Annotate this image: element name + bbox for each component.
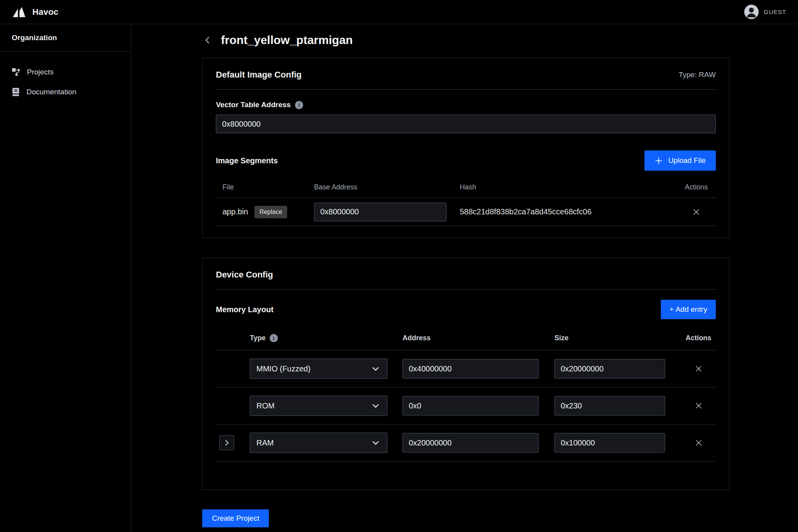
vector-table-address-input[interactable] [216,115,716,133]
column-header-type: Type [250,334,266,342]
memory-type-value: MMIO (Fuzzed) [256,364,311,373]
memory-size-input[interactable] [554,359,665,378]
chevron-right-icon [222,438,231,447]
sidebar-item-projects[interactable]: Projects [0,62,131,82]
documentation-icon [12,87,20,97]
user-name: GUEST [764,9,786,15]
segment-file-name: app.bin [222,207,248,216]
memory-address-input[interactable] [403,433,538,452]
upload-file-button[interactable]: Upload File [644,150,716,171]
create-project-button[interactable]: Create Project [202,509,269,527]
main-content: front_yellow_ptarmigan Default Image Con… [131,24,798,532]
memory-size-input[interactable] [554,433,665,452]
table-row: app.bin Replace 588c21d8f838b2ca7a8d45cc… [216,198,716,226]
memory-type-select[interactable]: ROM [250,396,387,416]
segment-hash: 588c21d8f838b2ca7a8d45cce68cfc06 [460,207,677,216]
table-row: ROM [216,387,716,424]
default-image-config-card: Default Image Config Type: RAW Vector Ta… [202,58,729,238]
havoc-logo-icon [12,6,27,18]
memory-type-value: ROM [256,401,275,410]
column-header-base-address: Base Address [314,183,460,191]
vector-table-address-label: Vector Table Address [216,101,291,109]
memory-type-select[interactable]: MMIO (Fuzzed) [250,359,387,379]
memory-type-select[interactable]: RAM [250,433,387,453]
column-header-size: Size [554,334,681,342]
sidebar-item-label: Projects [27,68,54,76]
column-header-address: Address [403,334,554,342]
info-icon[interactable]: i [295,101,303,109]
back-button[interactable] [202,35,213,46]
image-segments-table: File Base Address Hash Actions app.bin R… [216,180,716,238]
brand-link[interactable]: Havoc [12,6,58,18]
remove-entry-button[interactable] [692,399,705,412]
image-segments-title: Image Segments [216,156,278,165]
chevron-down-icon [371,401,381,411]
brand-name: Havoc [32,7,58,17]
close-icon [694,401,703,410]
chevron-down-icon [371,364,381,374]
expand-row-button[interactable] [219,435,234,450]
chevron-down-icon [371,438,381,448]
projects-icon [12,68,20,76]
image-type-badge: Type: RAW [679,71,716,79]
user-menu[interactable]: GUEST [744,5,786,19]
close-icon [692,208,701,216]
sidebar: Organization Projects [0,24,131,532]
memory-layout-title: Memory Layout [216,305,274,314]
add-entry-button[interactable]: + Add entry [661,300,716,319]
memory-address-input[interactable] [403,359,538,378]
top-bar: Havoc GUEST [0,0,798,24]
memory-layout-table: Type i Address Size Actions MMIO (Fuzzed… [216,329,716,490]
card-title: Device Config [216,270,273,280]
device-config-card: Device Config Memory Layout + Add entry … [202,258,729,490]
remove-entry-button[interactable] [692,436,705,449]
chevron-left-icon [203,35,212,45]
info-icon[interactable]: i [270,334,278,342]
remove-entry-button[interactable] [692,362,705,375]
avatar-icon [744,5,759,19]
column-header-file: File [216,183,314,191]
replace-button[interactable]: Replace [254,206,288,218]
memory-size-input[interactable] [554,396,665,415]
column-header-actions: Actions [681,334,716,342]
sidebar-item-label: Documentation [26,88,76,96]
close-icon [694,364,703,373]
page-title: front_yellow_ptarmigan [221,34,353,47]
sidebar-section-organization: Organization [0,24,131,51]
table-row: RAM [216,424,716,461]
column-header-hash: Hash [460,183,677,191]
table-row: MMIO (Fuzzed) [216,350,716,387]
memory-address-input[interactable] [403,396,538,415]
plus-icon [655,157,663,165]
column-header-actions: Actions [677,183,716,191]
close-icon [694,438,703,447]
memory-type-value: RAM [256,438,274,447]
upload-file-label: Upload File [668,156,706,165]
sidebar-item-documentation[interactable]: Documentation [0,82,131,102]
segment-base-address-input[interactable] [314,203,447,221]
remove-segment-button[interactable] [690,205,703,219]
card-title: Default Image Config [216,70,302,80]
